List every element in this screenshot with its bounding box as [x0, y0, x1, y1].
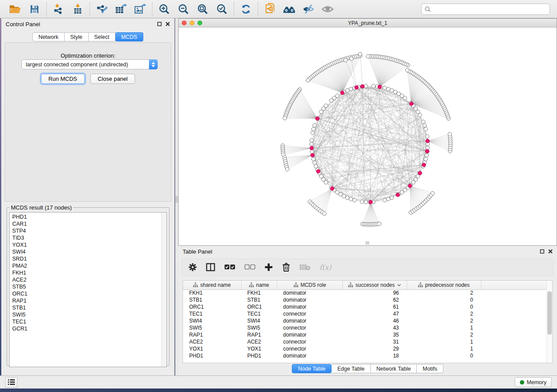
mcds-result-item[interactable]: PMA2: [12, 262, 161, 269]
table-row[interactable]: TEC1TEC1connector472: [183, 310, 553, 317]
network-node[interactable]: [339, 193, 343, 196]
network-leaf-node[interactable]: [285, 167, 289, 171]
table-cell[interactable]: dominator: [277, 289, 343, 296]
save-icon[interactable]: [28, 3, 41, 16]
canvas-scroll-handle[interactable]: [366, 241, 369, 244]
network-node[interactable]: [346, 89, 349, 93]
network-node[interactable]: [426, 134, 429, 138]
tab-network-table[interactable]: Network Table: [371, 364, 417, 373]
zoom-fit-icon[interactable]: [196, 3, 209, 16]
table-cell[interactable]: connector: [277, 345, 343, 352]
mcds-result-item[interactable]: STB5: [12, 283, 161, 290]
table-cell[interactable]: YOX1: [183, 345, 241, 352]
network-node[interactable]: [329, 99, 333, 103]
network-leaf-node[interactable]: [377, 222, 381, 226]
network-node[interactable]: [311, 131, 315, 135]
show-all-icon[interactable]: [321, 3, 334, 16]
column-header[interactable]: shared name: [183, 281, 241, 289]
tab-node-table[interactable]: Node Table: [292, 364, 332, 373]
run-mcds-button[interactable]: Run MCDS: [41, 74, 85, 84]
network-node[interactable]: [424, 157, 428, 161]
network-leaf-node[interactable]: [358, 52, 362, 56]
table-cell[interactable]: SWI4: [241, 317, 277, 324]
network-edge[interactable]: [368, 202, 371, 224]
table-row[interactable]: RAP1RAP1dominator352: [183, 331, 553, 338]
network-edge[interactable]: [410, 186, 423, 203]
table-cell[interactable]: TEC1: [183, 310, 241, 317]
table-cell[interactable]: connector: [277, 338, 343, 345]
table-cell[interactable]: 1: [407, 345, 481, 352]
network-edge[interactable]: [318, 72, 342, 93]
network-edge[interactable]: [410, 186, 426, 200]
tab-select[interactable]: Select: [89, 32, 116, 41]
table-row[interactable]: SWI5SWI5connector431: [183, 324, 553, 331]
network-node[interactable]: [390, 89, 394, 93]
table-cell[interactable]: SWI5: [241, 324, 277, 331]
network-node[interactable]: [349, 197, 353, 201]
table-cell[interactable]: 43: [343, 324, 407, 331]
network-mcds-node[interactable]: [396, 193, 400, 197]
import-table-icon[interactable]: [71, 3, 84, 16]
network-edge[interactable]: [317, 189, 332, 208]
network-node[interactable]: [387, 87, 391, 91]
network-mcds-node[interactable]: [426, 149, 429, 153]
table-cell[interactable]: 29: [343, 345, 407, 352]
network-node[interactable]: [310, 142, 314, 146]
network-edge[interactable]: [313, 189, 332, 205]
network-node[interactable]: [311, 127, 315, 131]
table-cell[interactable]: YOX1: [241, 345, 277, 352]
column-header[interactable]: predecessor nodes: [407, 281, 481, 289]
table-cell[interactable]: 2: [407, 310, 481, 317]
network-node[interactable]: [371, 84, 375, 88]
network-mcds-node[interactable]: [361, 85, 365, 89]
table-cell[interactable]: 47: [343, 310, 407, 317]
mcds-result-item[interactable]: ACE2: [12, 276, 161, 283]
table-row[interactable]: FKH1FKH1dominator962: [183, 289, 553, 296]
network-edge[interactable]: [380, 65, 408, 87]
network-node[interactable]: [319, 110, 323, 114]
network-edge[interactable]: [410, 186, 428, 199]
network-mcds-node[interactable]: [378, 85, 382, 89]
table-cell[interactable]: TEC1: [241, 310, 277, 317]
network-mcds-node[interactable]: [369, 200, 373, 204]
network-edge[interactable]: [332, 90, 349, 189]
zoom-out-icon[interactable]: [177, 3, 190, 16]
network-node[interactable]: [310, 138, 314, 142]
add-column-icon[interactable]: [264, 263, 273, 272]
network-leaf-node[interactable]: [431, 191, 435, 195]
table-cell[interactable]: RAP1: [183, 331, 241, 338]
task-history-button[interactable]: [5, 377, 17, 388]
close-icon[interactable]: [548, 249, 553, 254]
network-mcds-node[interactable]: [422, 163, 426, 167]
table-cell[interactable]: 62: [343, 296, 407, 303]
network-node[interactable]: [311, 157, 315, 161]
open-folder-icon[interactable]: [9, 3, 22, 16]
split-columns-icon[interactable]: [206, 263, 215, 272]
mcds-result-item[interactable]: STB1: [12, 304, 161, 311]
table-cell[interactable]: 61: [343, 303, 407, 310]
table-cell[interactable]: dominator: [277, 317, 343, 324]
table-cell[interactable]: PHD1: [183, 352, 241, 359]
table-cell[interactable]: 0: [407, 296, 481, 303]
network-edge[interactable]: [380, 62, 400, 87]
table-cell[interactable]: 1: [407, 324, 481, 331]
network-leaf-node[interactable]: [322, 212, 326, 216]
table-cell[interactable]: 1: [407, 338, 481, 345]
mcds-result-item[interactable]: RAP1: [12, 297, 161, 304]
table-cell[interactable]: ORC1: [183, 303, 241, 310]
network-leaf-node[interactable]: [283, 116, 287, 120]
table-row[interactable]: PHD1PHD1dominator180: [183, 352, 553, 359]
network-node[interactable]: [397, 92, 401, 96]
network-leaf-node[interactable]: [306, 79, 310, 83]
table-cell[interactable]: ACE2: [183, 338, 241, 345]
network-mcds-node[interactable]: [315, 117, 319, 120]
export-table-icon[interactable]: [114, 3, 128, 16]
table-cell[interactable]: 96: [343, 289, 407, 296]
network-edge[interactable]: [368, 56, 380, 87]
mcds-result-item[interactable]: PHD1: [12, 213, 161, 220]
network-mcds-node[interactable]: [426, 139, 430, 143]
network-node[interactable]: [423, 124, 427, 127]
mcds-result-item[interactable]: CAR1: [12, 220, 161, 227]
mcds-result-item[interactable]: TID3: [12, 234, 161, 241]
network-edge[interactable]: [410, 186, 431, 195]
